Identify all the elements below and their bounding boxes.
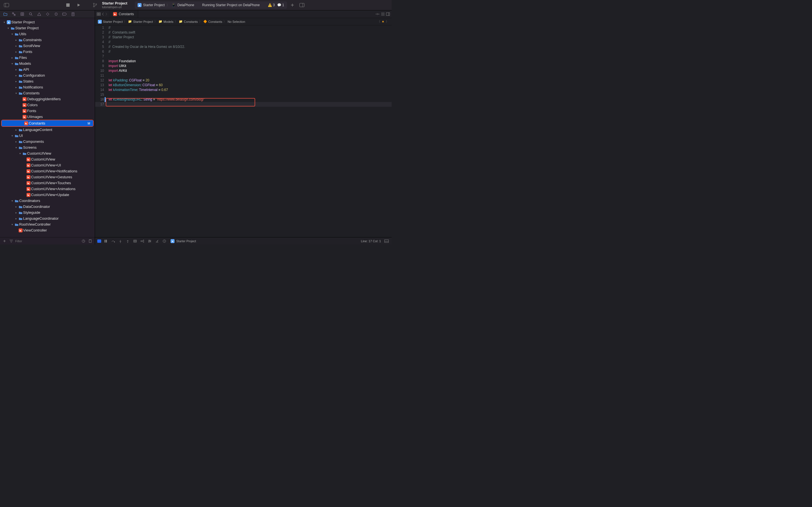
source-control-nav-icon[interactable] [10, 11, 17, 17]
tree-item-components[interactable]: ▸Components [0, 138, 95, 145]
disclosure-chevron[interactable]: ▾ [14, 92, 18, 95]
disclosure-chevron[interactable]: ▸ [14, 217, 18, 220]
tree-item-notifications[interactable]: ▸Notifications [0, 84, 95, 90]
issue-icon[interactable]: ▲ [382, 19, 385, 24]
tree-item-languagecontent[interactable]: ▸LanguageContent [0, 127, 95, 133]
prev-issue-icon[interactable]: 〈 [377, 19, 380, 24]
tree-item-customuiview[interactable]: ▾CustomUIView [0, 151, 95, 156]
symbol-nav-icon[interactable] [18, 11, 26, 17]
nav-forward-icon[interactable] [105, 12, 107, 16]
disclosure-chevron[interactable]: ▸ [14, 128, 18, 131]
tree-item-viewcontroller[interactable]: ViewController [0, 227, 95, 233]
toggle-navigator-icon[interactable] [3, 2, 10, 8]
add-assistant-icon[interactable] [386, 12, 390, 16]
breakpoint-nav-icon[interactable] [61, 11, 68, 17]
code-line[interactable]: 5// Created by Oscar de la Hera Gomez on… [95, 45, 392, 49]
tree-item-scrollview[interactable]: ▸ScrollView [0, 43, 95, 49]
stop-button[interactable] [64, 2, 71, 8]
tree-item-api[interactable]: ▸API [0, 66, 95, 72]
disclosure-chevron[interactable]: ▾ [10, 134, 14, 137]
tree-item-customuiview-gestures[interactable]: CustomUIView+Gestures [0, 174, 95, 180]
filter-input[interactable] [15, 239, 80, 243]
tree-item-models[interactable]: ▾Models [0, 61, 95, 66]
tree-item-configuration[interactable]: ▸Configuration [0, 72, 95, 78]
code-line[interactable]: 9import UIKit [95, 64, 392, 68]
issue-nav-icon[interactable] [36, 11, 43, 17]
tree-item-constants[interactable]: ConstantsM [2, 120, 93, 126]
disclosure-chevron[interactable]: ▾ [10, 223, 14, 226]
help-icon[interactable]: ? [161, 238, 167, 244]
code-line[interactable]: 16let kDelasignBlogURL: String = "https:… [95, 97, 392, 102]
code-line[interactable]: 2// Constants.swift [95, 30, 392, 35]
nav-back-icon[interactable] [102, 12, 104, 16]
tab-constants[interactable]: Constants [109, 10, 138, 18]
disclosure-chevron[interactable]: ▾ [18, 152, 22, 155]
code-line[interactable]: 6// [95, 49, 392, 54]
location-icon[interactable] [154, 238, 160, 244]
breakpoint-toggle-icon[interactable] [97, 239, 101, 243]
branch-icon[interactable] [91, 2, 99, 8]
tree-item-screens[interactable]: ▾Screens [0, 145, 95, 151]
run-button[interactable] [75, 2, 82, 8]
disclosure-chevron[interactable]: ▸ [14, 39, 18, 41]
code-line[interactable]: 10import AVKit [95, 68, 392, 73]
library-icon[interactable] [298, 2, 306, 8]
code-line[interactable]: 4// [95, 40, 392, 45]
code-line[interactable]: 17 [95, 102, 392, 107]
code-line[interactable]: 11 [95, 73, 392, 78]
find-nav-icon[interactable] [27, 11, 35, 17]
tree-item-colors[interactable]: Colors [0, 102, 95, 108]
recent-files-icon[interactable] [81, 238, 86, 244]
tree-item-uiimages[interactable]: UIImages [0, 114, 95, 120]
tree-item-customuiview-animations[interactable]: CustomUIView+Animations [0, 186, 95, 192]
tree-item-debuggingidentifiers[interactable]: DebuggingIdentifiers [0, 96, 95, 102]
disclosure-chevron[interactable]: ▸ [14, 74, 18, 77]
tree-item-starter-project[interactable]: ▾▲Starter Project [0, 19, 95, 25]
debug-pause-icon[interactable] [103, 238, 109, 244]
disclosure-chevron[interactable]: ▸ [14, 86, 18, 89]
filter-scope-icon[interactable] [8, 238, 14, 244]
code-line[interactable]: 3// Starter Project [95, 35, 392, 40]
disclosure-chevron[interactable]: ▾ [10, 200, 14, 202]
add-tab-icon[interactable] [289, 2, 296, 8]
disclosure-chevron[interactable]: ▸ [14, 205, 18, 208]
tree-item-rootviewcontroller[interactable]: ▾RootViewController [0, 221, 95, 227]
environment-icon[interactable] [147, 238, 153, 244]
code-line[interactable]: 14let kAnimationTime: TimeInterval = 0.6… [95, 88, 392, 93]
disclosure-chevron[interactable]: ▾ [2, 21, 6, 24]
disclosure-chevron[interactable]: ▸ [14, 45, 18, 47]
disclosure-chevron[interactable]: ▾ [6, 27, 10, 30]
disclosure-chevron[interactable]: ▸ [10, 56, 14, 59]
tree-item-languagecoordinator[interactable]: ▸LanguageCoordinator [0, 216, 95, 221]
tree-item-coordinators[interactable]: ▾Coordinators [0, 198, 95, 204]
project-nav-icon[interactable] [2, 11, 9, 17]
tree-item-styleguide[interactable]: ▸Styleguide [0, 210, 95, 216]
add-file-icon[interactable]: + [2, 238, 7, 244]
disclosure-chevron[interactable]: ▾ [14, 146, 18, 149]
code-line[interactable]: 1// [95, 25, 392, 30]
memory-graph-icon[interactable] [140, 238, 145, 244]
code-line[interactable]: 12let kPadding: CGFloat = 20 [95, 78, 392, 83]
tree-item-constants[interactable]: ▾Constants [0, 90, 95, 96]
disclosure-chevron[interactable]: ▸ [14, 68, 18, 71]
tree-item-datacoordinator[interactable]: ▸DataCoordinator [0, 204, 95, 210]
next-issue-icon[interactable]: 〉 [386, 19, 389, 24]
editor-options-icon[interactable] [375, 12, 380, 16]
tree-item-states[interactable]: ▸States [0, 78, 95, 84]
disclosure-chevron[interactable]: ▾ [10, 33, 14, 36]
debug-view-icon[interactable] [132, 238, 138, 244]
jump-bar[interactable]: ▲Starter Project〉 📁Starter Project〉 📁Mod… [95, 18, 392, 25]
tree-item-customuiview[interactable]: CustomUIView [0, 156, 95, 162]
report-nav-icon[interactable] [69, 11, 77, 17]
tree-item-constraints[interactable]: ▸Constraints [0, 37, 95, 43]
code-line[interactable]: 15 [95, 93, 392, 97]
tree-item-customuiview-ui[interactable]: CustomUIView+UI [0, 162, 95, 168]
adjust-editor-icon[interactable] [381, 12, 385, 16]
step-over-icon[interactable] [110, 238, 116, 244]
tree-item-fonts[interactable]: ▸Fonts [0, 49, 95, 55]
tree-item-customuiview-touches[interactable]: CustomUIView+Touches [0, 180, 95, 186]
step-into-icon[interactable] [117, 238, 123, 244]
debug-target[interactable]: Starter Project [176, 239, 196, 243]
tree-item-fonts[interactable]: Fonts [0, 108, 95, 114]
warnings-badge[interactable]: ⚠️ 3 [268, 3, 275, 7]
